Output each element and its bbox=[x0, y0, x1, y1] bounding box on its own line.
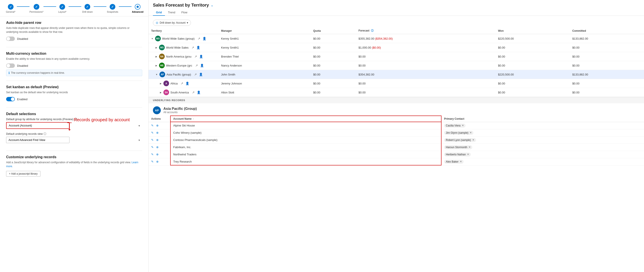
person-icon[interactable]: 👤 bbox=[197, 91, 200, 94]
multi-currency-title: Multi-currency selection bbox=[6, 52, 142, 56]
person-icon[interactable]: 👤 bbox=[196, 46, 200, 49]
forecast-row-territory: ▶ WE Western Europe (grc ↗ 👤 bbox=[148, 61, 218, 70]
view-select[interactable]: Account Advanced Find View bbox=[6, 137, 70, 143]
row-name: North America (grou bbox=[166, 55, 191, 58]
view-help-icon[interactable]: ⓘ bbox=[44, 132, 46, 136]
person-icon[interactable]: 👤 bbox=[186, 82, 189, 85]
step-layout-circle: ✓ bbox=[60, 4, 65, 10]
more-icon[interactable]: ⊕ bbox=[156, 146, 158, 149]
contact-tag: Alex Baker ✕ bbox=[444, 160, 464, 164]
step-general[interactable]: ✓ General* bbox=[4, 4, 17, 13]
edit-icon[interactable]: ✎ bbox=[151, 153, 154, 156]
step-permissions[interactable]: ✓ Permissions* bbox=[30, 4, 44, 13]
underlying-row-actions: ✎ ⊕ bbox=[148, 158, 170, 165]
step-snapshots[interactable]: ✓ Snapshots bbox=[106, 4, 119, 13]
person-icon[interactable]: 👤 bbox=[199, 55, 203, 58]
step-general-circle: ✓ bbox=[8, 4, 14, 10]
step-general-label: General* bbox=[6, 11, 15, 13]
edit-icon[interactable]: ✎ bbox=[151, 131, 154, 134]
forecast-row-won: $0.00 bbox=[496, 61, 570, 70]
forecast-row-forecast: $0.00 bbox=[356, 79, 496, 88]
underlying-header-row: Actions Account Name ↑ Primary Contact bbox=[148, 116, 644, 122]
drill-down-button[interactable]: ⊙ Drill down by: Account ▾ bbox=[153, 20, 191, 26]
remove-contact-icon[interactable]: ✕ bbox=[472, 139, 474, 141]
expand-icon[interactable]: ▶ bbox=[156, 55, 157, 58]
add-javascript-button[interactable]: + Add a javascript library bbox=[6, 171, 40, 177]
forecast-row-committed: $0.00 bbox=[570, 88, 644, 97]
forecast-sub: ($354,382.00) bbox=[375, 37, 393, 40]
group-by-help-icon[interactable]: ⓘ bbox=[74, 117, 77, 121]
col-primary-contact: Primary Contact bbox=[441, 116, 644, 122]
remove-contact-icon[interactable]: ✕ bbox=[470, 131, 472, 134]
forecast-row-committed: $0.00 bbox=[570, 52, 644, 61]
share-icon[interactable]: ↗ bbox=[195, 64, 198, 67]
remove-contact-icon[interactable]: ✕ bbox=[468, 146, 470, 149]
section-auto-hide: Auto-hide parent row Auto-hide duplicate… bbox=[6, 21, 142, 47]
share-icon[interactable]: ↗ bbox=[194, 55, 197, 58]
step-advanced[interactable]: Advanced bbox=[132, 4, 144, 13]
expand-icon[interactable]: ▼ bbox=[151, 37, 153, 40]
forecast-row-manager: Kenny Smith1 bbox=[218, 43, 311, 52]
tab-trend[interactable]: Trend bbox=[165, 10, 178, 16]
expand-icon[interactable]: ▶ bbox=[160, 91, 162, 94]
group-by-select-wrapper: Account (Account) ▾ bbox=[6, 122, 142, 129]
connector-4 bbox=[94, 6, 106, 7]
expand-icon[interactable]: ▼ bbox=[156, 73, 158, 76]
auto-hide-toggle[interactable] bbox=[6, 37, 15, 41]
expand-icon[interactable]: ▶ bbox=[160, 82, 162, 85]
forecast-row-forecast: $0.00 bbox=[356, 61, 496, 70]
kanban-toggle[interactable] bbox=[6, 97, 15, 101]
share-icon[interactable]: ↗ bbox=[194, 73, 197, 76]
forecast-tabs: Grid Trend Flow bbox=[153, 10, 640, 16]
auto-hide-toggle-row: Disabled bbox=[6, 37, 142, 41]
more-icon[interactable]: ⊕ bbox=[156, 160, 158, 163]
share-icon[interactable]: ↗ bbox=[192, 46, 194, 49]
edit-icon[interactable]: ✎ bbox=[151, 146, 154, 149]
underlying-row-account: Alpine Ski House bbox=[170, 122, 441, 129]
customize-title: Customize underlying records bbox=[6, 155, 142, 159]
kanban-toggle-label: Enabled bbox=[17, 98, 28, 101]
forecast-row-quota: $0.00 bbox=[311, 70, 356, 79]
group-by-select[interactable]: Account (Account) bbox=[6, 122, 70, 129]
row-name: World Wide Sales bbox=[166, 46, 188, 49]
forecast-row-quota: $0.00 bbox=[311, 52, 356, 61]
expand-icon[interactable]: ▶ bbox=[156, 64, 157, 67]
forecast-row-manager: Kenny Smith1 bbox=[218, 34, 311, 43]
person-icon[interactable]: 👤 bbox=[200, 64, 204, 67]
share-icon[interactable]: ↗ bbox=[181, 82, 183, 85]
view-chevron-icon: ▾ bbox=[138, 138, 140, 142]
underlying-row-actions: ✎ ⊕ bbox=[148, 129, 170, 136]
more-icon[interactable]: ⊕ bbox=[156, 124, 158, 127]
remove-contact-icon[interactable]: ✕ bbox=[460, 160, 462, 163]
edit-icon[interactable]: ✎ bbox=[151, 160, 154, 163]
forecast-info-icon[interactable]: ⓘ bbox=[371, 29, 374, 32]
more-icon[interactable]: ⊕ bbox=[156, 131, 158, 134]
contact-tag: Heriberto Nathan ✕ bbox=[444, 153, 471, 157]
forecast-row: ▼ AP Asia Pacific (group) ↗ 👤 John Smith… bbox=[148, 70, 644, 79]
sort-icon[interactable]: ↑ bbox=[193, 118, 194, 120]
tab-grid[interactable]: Grid bbox=[153, 10, 165, 16]
forecast-table: Territory Manager Quota Forecast ⓘ Won C… bbox=[148, 28, 644, 97]
more-icon[interactable]: ⊕ bbox=[156, 138, 158, 142]
forecast-table-header-row: Territory Manager Quota Forecast ⓘ Won C… bbox=[148, 28, 644, 34]
group-avatar: AP bbox=[153, 106, 161, 114]
edit-icon[interactable]: ✎ bbox=[151, 124, 154, 127]
person-icon[interactable]: 👤 bbox=[199, 73, 203, 76]
row-avatar: A bbox=[164, 81, 169, 86]
person-icon[interactable]: 👤 bbox=[202, 37, 206, 40]
remove-contact-icon[interactable]: ✕ bbox=[467, 153, 469, 156]
step-layout[interactable]: ✓ Layout* bbox=[56, 4, 68, 13]
connector-2 bbox=[44, 6, 56, 7]
edit-icon[interactable]: ✎ bbox=[151, 138, 154, 142]
multi-currency-toggle[interactable] bbox=[6, 63, 15, 68]
share-icon[interactable]: ↗ bbox=[192, 91, 195, 94]
more-icon[interactable]: ⊕ bbox=[156, 153, 158, 156]
view-field-wrapper: Default underlying records view ⓘ Accoun… bbox=[6, 132, 142, 143]
tab-flow[interactable]: Flow bbox=[178, 10, 190, 16]
remove-contact-icon[interactable]: ✕ bbox=[462, 124, 464, 127]
step-drilldown[interactable]: ✓ Drill down bbox=[81, 4, 94, 13]
share-icon[interactable]: ↗ bbox=[198, 37, 200, 40]
row-avatar: WS bbox=[159, 45, 165, 50]
forecast-chevron-icon[interactable]: ⌄ bbox=[210, 3, 214, 7]
expand-icon[interactable]: ▶ bbox=[156, 46, 157, 49]
